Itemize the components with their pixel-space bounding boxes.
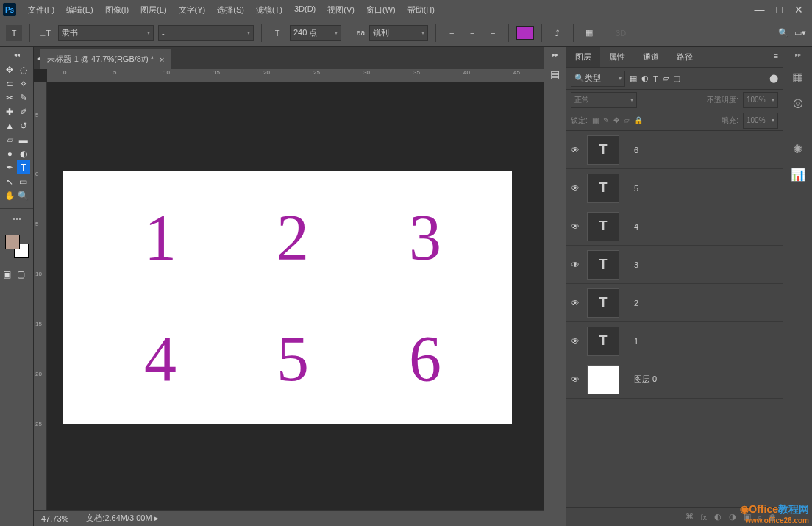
layer-thumb[interactable]: T bbox=[587, 212, 619, 241]
adjustment-layer-icon[interactable]: ◑ bbox=[729, 512, 736, 522]
filter-smart-icon[interactable]: ▢ bbox=[673, 74, 680, 83]
layer-visibility-icon[interactable]: 👁 bbox=[571, 183, 581, 193]
doc-size[interactable]: 文档:2.64M/3.00M ▸ bbox=[86, 513, 158, 524]
blend-mode-dropdown[interactable]: 正常 bbox=[571, 92, 637, 108]
layer-visibility-icon[interactable]: 👁 bbox=[571, 374, 581, 385]
layer-row[interactable]: 👁T1 bbox=[566, 322, 783, 360]
layer-name[interactable]: 4 bbox=[625, 222, 778, 231]
align-center-button[interactable]: ≡ bbox=[464, 25, 480, 41]
layer-filter-dropdown[interactable]: 🔍 类型 bbox=[571, 71, 625, 87]
menu-edit[interactable]: 编辑(E) bbox=[60, 1, 99, 18]
text-layer-2[interactable]: 2 bbox=[277, 200, 309, 274]
quickmask-button[interactable]: ▣ bbox=[0, 267, 14, 281]
edit-toolbar-button[interactable]: ⋯ bbox=[10, 212, 24, 226]
layer-thumb[interactable]: T bbox=[587, 327, 619, 356]
filter-pixel-icon[interactable]: ▦ bbox=[630, 74, 637, 83]
layer-name[interactable]: 3 bbox=[625, 260, 778, 269]
libraries-icon[interactable]: ▦ bbox=[792, 70, 803, 84]
history-brush-tool[interactable]: ↺ bbox=[17, 118, 31, 132]
brush-tool[interactable]: ✐ bbox=[17, 104, 31, 118]
collapsed-panel-expand[interactable]: ▸▸ bbox=[552, 51, 558, 58]
lock-all-icon[interactable]: 🔒 bbox=[634, 116, 643, 124]
font-style-dropdown[interactable]: - bbox=[158, 25, 254, 41]
gradient-tool[interactable]: ▬ bbox=[17, 132, 31, 146]
maximize-button[interactable]: □ bbox=[777, 4, 783, 15]
canvas-viewport[interactable]: 1 2 3 4 5 6 bbox=[47, 82, 544, 510]
history-panel-icon[interactable]: ▤ bbox=[550, 68, 560, 80]
layer-row[interactable]: 👁图层 0 bbox=[566, 360, 783, 399]
text-orientation-button[interactable]: ⟂T bbox=[38, 25, 54, 41]
magic-wand-tool[interactable]: ✧ bbox=[17, 77, 31, 90]
cc-icon[interactable]: ◎ bbox=[793, 96, 803, 110]
close-button[interactable]: ✕ bbox=[794, 4, 803, 15]
tools-collapse[interactable]: ◂◂ bbox=[0, 50, 33, 60]
healing-tool[interactable]: ✚ bbox=[3, 104, 17, 118]
ruler-horizontal[interactable]: 0 5 10 15 20 25 30 35 40 45 bbox=[47, 69, 544, 82]
zoom-level[interactable]: 47.73% bbox=[41, 514, 68, 523]
font-size-dropdown[interactable]: 240 点 bbox=[290, 25, 341, 41]
screenmode-button[interactable]: ▢ bbox=[14, 267, 28, 281]
lock-brush-icon[interactable]: ✎ bbox=[603, 116, 609, 124]
filter-toggle[interactable]: ⬤ bbox=[769, 74, 778, 83]
filter-shape-icon[interactable]: ▱ bbox=[663, 74, 669, 83]
crop-tool[interactable]: ✂ bbox=[3, 90, 17, 104]
link-layers-icon[interactable]: ⌘ bbox=[685, 512, 694, 522]
layer-name[interactable]: 1 bbox=[625, 337, 778, 346]
shape-tool[interactable]: ▭ bbox=[17, 174, 31, 188]
layer-row[interactable]: 👁T3 bbox=[566, 246, 783, 284]
rail-expand[interactable]: ▸▸ bbox=[795, 51, 801, 58]
text-color-swatch[interactable] bbox=[516, 26, 534, 40]
blur-tool[interactable]: ● bbox=[3, 146, 17, 160]
color-swatches[interactable] bbox=[5, 235, 29, 258]
canvas[interactable]: 1 2 3 4 5 6 bbox=[63, 171, 512, 424]
layer-mask-icon[interactable]: ◐ bbox=[714, 512, 722, 522]
filter-type-icon[interactable]: T bbox=[653, 74, 658, 83]
lasso-tool[interactable]: ⊂ bbox=[3, 77, 17, 90]
menu-3d[interactable]: 3D(D) bbox=[288, 1, 321, 18]
layer-visibility-icon[interactable]: 👁 bbox=[571, 145, 581, 155]
path-tool[interactable]: ↖ bbox=[3, 174, 17, 188]
layer-visibility-icon[interactable]: 👁 bbox=[571, 298, 581, 308]
align-right-button[interactable]: ≡ bbox=[485, 25, 501, 41]
histogram-icon[interactable]: 📊 bbox=[791, 168, 805, 182]
search-icon[interactable]: 🔍 bbox=[778, 28, 788, 38]
marquee-tool[interactable]: ◌ bbox=[17, 63, 31, 77]
layer-thumb[interactable]: T bbox=[587, 250, 619, 280]
panel-menu-button[interactable]: ≡ bbox=[769, 47, 783, 67]
layer-row[interactable]: 👁T6 bbox=[566, 131, 783, 169]
layer-row[interactable]: 👁T5 bbox=[566, 169, 783, 207]
tool-preset-button[interactable]: T bbox=[6, 25, 22, 41]
menu-layer[interactable]: 图层(L) bbox=[135, 1, 172, 18]
layer-row[interactable]: 👁T2 bbox=[566, 284, 783, 322]
font-family-dropdown[interactable]: 隶书 bbox=[58, 25, 154, 41]
stamp-tool[interactable]: ▲ bbox=[3, 118, 17, 132]
menu-type[interactable]: 文字(Y) bbox=[173, 1, 212, 18]
menu-select[interactable]: 选择(S) bbox=[211, 1, 250, 18]
document-tab[interactable]: 未标题-1 @ 47.7%(RGB/8#) * × bbox=[40, 49, 171, 69]
layer-thumb[interactable] bbox=[587, 365, 619, 394]
fill-input[interactable]: 100% bbox=[743, 113, 778, 129]
minimize-button[interactable]: — bbox=[755, 4, 765, 15]
tab-properties[interactable]: 属性 bbox=[600, 47, 634, 67]
zoom-tool[interactable]: 🔍 bbox=[17, 188, 31, 202]
text-layer-1[interactable]: 1 bbox=[144, 200, 177, 274]
menu-image[interactable]: 图像(I) bbox=[99, 1, 135, 18]
lock-pixels-icon[interactable]: ▦ bbox=[592, 116, 599, 124]
adjustments-icon[interactable]: ✺ bbox=[793, 142, 802, 156]
text-layer-4[interactable]: 4 bbox=[144, 321, 177, 396]
tab-channels[interactable]: 通道 bbox=[634, 47, 668, 67]
layer-visibility-icon[interactable]: 👁 bbox=[571, 221, 581, 232]
warp-text-button[interactable]: ⤴ bbox=[549, 25, 566, 41]
document-tab-close[interactable]: × bbox=[160, 55, 164, 64]
layer-visibility-icon[interactable]: 👁 bbox=[571, 260, 581, 270]
menu-window[interactable]: 窗口(W) bbox=[360, 1, 402, 18]
lock-position-icon[interactable]: ✥ bbox=[613, 116, 619, 124]
layer-name[interactable]: 2 bbox=[625, 299, 778, 308]
menu-view[interactable]: 视图(V) bbox=[321, 1, 360, 18]
eyedropper-tool[interactable]: ✎ bbox=[17, 90, 31, 104]
workspace-dropdown[interactable]: ▭▾ bbox=[794, 28, 806, 38]
tab-paths[interactable]: 路径 bbox=[668, 47, 702, 67]
layer-name[interactable]: 图层 0 bbox=[625, 374, 778, 385]
layer-row[interactable]: 👁T4 bbox=[566, 207, 783, 246]
character-panel-button[interactable]: ▦ bbox=[581, 25, 597, 41]
